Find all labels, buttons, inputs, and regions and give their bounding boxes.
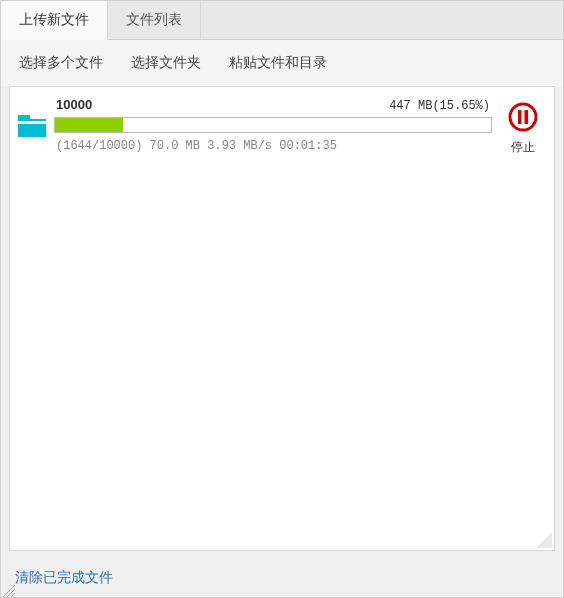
tab-label: 上传新文件 [19, 11, 89, 27]
upload-name: 10000 [56, 97, 92, 112]
stop-button[interactable]: 停止 [500, 101, 546, 156]
upload-body: 10000 447 MB(15.65%) (1644/10000) 70.0 M… [54, 97, 492, 153]
svg-rect-5 [525, 110, 529, 124]
tab-file-list[interactable]: 文件列表 [108, 1, 201, 39]
progress-bar [54, 117, 492, 133]
upload-window: 上传新文件 文件列表 选择多个文件 选择文件夹 粘贴文件和目录 10000 44… [0, 0, 564, 598]
upload-item: 10000 447 MB(15.65%) (1644/10000) 70.0 M… [18, 97, 546, 156]
resize-grip-icon[interactable] [3, 583, 15, 595]
svg-rect-4 [518, 110, 522, 124]
tab-upload-new[interactable]: 上传新文件 [1, 1, 108, 40]
upload-size: 447 MB(15.65%) [389, 99, 490, 113]
scroll-corner-icon [536, 532, 552, 548]
svg-point-3 [510, 104, 536, 130]
select-folder-button[interactable]: 选择文件夹 [131, 54, 201, 72]
toolbar: 选择多个文件 选择文件夹 粘贴文件和目录 [1, 40, 563, 86]
footer: 清除已完成文件 [1, 559, 563, 597]
svg-rect-2 [18, 121, 46, 124]
pause-icon [507, 119, 539, 136]
stop-label: 停止 [500, 139, 546, 156]
upload-list: 10000 447 MB(15.65%) (1644/10000) 70.0 M… [9, 86, 555, 551]
clear-completed-link[interactable]: 清除已完成文件 [15, 569, 113, 585]
tab-label: 文件列表 [126, 11, 182, 27]
upload-stats: (1644/10000) 70.0 MB 3.93 MB/s 00:01:35 [54, 139, 492, 153]
folder-icon [18, 115, 46, 137]
upload-header: 10000 447 MB(15.65%) [54, 97, 492, 117]
paste-files-button[interactable]: 粘贴文件和目录 [229, 54, 327, 72]
tab-bar: 上传新文件 文件列表 [1, 1, 563, 40]
progress-fill [55, 118, 123, 132]
select-multiple-files-button[interactable]: 选择多个文件 [19, 54, 103, 72]
